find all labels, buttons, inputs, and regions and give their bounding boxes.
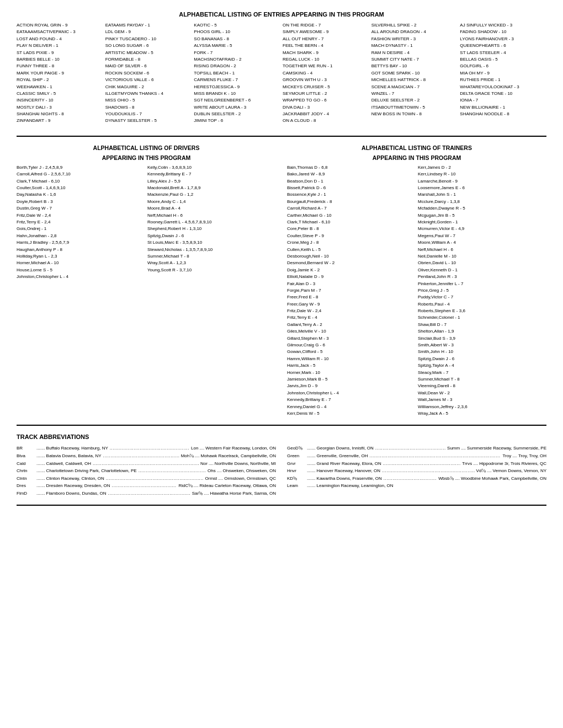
abbrev-dest-name: Hiawatha Horse Park, Sarnia, ON [210,490,276,497]
driver-item: Wray,Scott A - 1,2,3 [147,260,276,266]
abbrev-code: Leam [287,482,306,490]
abbrev-dots: ....... [36,452,45,460]
entry-item: KAOTIC - 5 [194,22,280,29]
abbrev-dest-code: Ohs [208,467,216,475]
trainer-item: Watt,James M - 3 [418,397,546,403]
driver-item: Spitzig,Dwain J - 6 [147,233,276,239]
entry-item: WHATAREYOULOOKINAT - 3 [460,84,546,90]
abbrev-dest-code: Troy [502,452,511,460]
abbrev-dest-dots: .... [455,475,460,483]
drivers-col: ALPHABETICAL LISTING OF DRIVERS APPEARIN… [17,144,276,417]
driver-item: St Louis,Marc E - 3,5,8,9,10 [147,239,276,246]
entry-item: ALL OUT HENRY - 7 [283,36,369,42]
trainer-item: Wall,Dean W - 2 [418,390,546,397]
trainer-item: Freer,Gary W - 9 [287,301,416,308]
abbrev-dest-name: Mohawk Racetrack, Campbellville, ON [201,452,277,460]
abbrev-source: Greenville, Greenville, OH [317,452,368,460]
abbrev-dest-code: Ormst [205,475,217,483]
entry-item: HERESTOJESSICA - 9 [194,84,280,90]
driver-item: Dustin,Greg W - 7 [17,205,145,212]
entry-item: RUTHIES PRIDE - 1 [460,77,546,83]
abbrev-fill: ........................................… [110,445,189,452]
trainer-item: Spitzig,Dwain J - 6 [418,356,546,362]
entry-item: REGAL LUCK - 10 [283,56,369,63]
trainer-item: Bissett,Patrick D - 6 [287,185,416,191]
abbrev-dest-dots: .... [209,460,214,468]
entry-item: GROOVIN WITH U - 3 [283,77,369,83]
abbrev-fill: ........................................… [375,445,445,452]
driver-item: Kelly,Colin - 3,6,8,9,10 [147,164,276,171]
abbrev-code: BR [17,445,35,452]
trainer-item: Mcclure,Darcy - 1,3,8 [418,199,546,205]
driver-item: Horner,Michael A - 10 [17,260,145,266]
abbrev-source: Georgian Downs, Innisfil, ON [317,445,374,452]
driver-item: Shepherd,Robert H - 1,3,10 [147,226,276,232]
entry-item: DELTA GRACE TONE - 10 [460,90,546,97]
entry-item: WINZEL - 7 [371,90,458,97]
abbrev-code: Grvr [287,460,306,468]
entry-item: LYONS FAIRHANOVER - 3 [460,36,546,42]
abbrev-dots: ....... [307,482,316,490]
trainer-item: Carroll,Richard A - 7 [287,205,416,212]
abbrev-dest-code: Lon [191,445,198,452]
entry-item: CLASSIC SMILY - 5 [17,90,103,97]
trainer-item: Cullen,Keith L - 5 [287,247,416,253]
trainer-item: Roberts,Paul - 4 [418,301,546,308]
entry-item: EATAAMS PAYDAY - 1 [105,22,192,29]
trainer-item: Pentland,John R - 3 [418,274,546,280]
trainer-item: Fritz,Dale W - 2,4 [287,308,416,314]
divider-1 [17,136,546,137]
entry-item: NEW BILLIONAIRE - 1 [460,104,546,111]
trainer-item: Vleeming,Darell - 8 [418,383,546,389]
abbrev-code: Hnvr [287,467,306,475]
trainer-item: Marshall,John S - 1 [418,191,546,198]
entry-item: SHANGHAI NOODLE - 8 [460,111,546,117]
trainer-item: Mcmurren,Victor E - 4,9 [418,226,546,232]
abbrev-fill: ........................................… [108,490,190,497]
entry-item: JACKRABBIT JODY - 4 [283,111,369,117]
trainer-item: Loosemore,James E - 6 [418,185,546,191]
entry-item: FORK - 7 [194,50,280,56]
entry-item [460,117,546,124]
entry-item: SO LONG SUGAR - 6 [105,42,192,49]
abbrev-dots: ....... [36,490,45,497]
abbrev-row: Cald.......Caldwell, Caldwell, OH ......… [17,460,276,468]
trainer-item: Mcfadden,Dwayne R - 5 [418,205,546,212]
trainer-item: Neff,Michael H - 6 [418,247,546,253]
driver-item: Mackenzie,Paul G - 1,2 [147,191,276,198]
drivers-subtitle: APPEARING IN THIS PROGRAM [17,154,276,161]
trainer-item: Johnston,Christopher L - 4 [287,390,416,397]
trainer-item: Puddy,Victor C - 7 [418,294,546,301]
entry-item [371,117,458,124]
entry-item: BARBIES BELLE - 10 [17,56,103,63]
entry-item: MACHSNOTAFRAID - 2 [194,56,280,63]
entry-item: ON THE RIDGE - 7 [283,22,369,29]
abbrev-row: Chrtn.......Charlottetown Driving Park, … [17,467,276,475]
entry-item: ZINFANDART - 9 [17,117,103,124]
entries-title: ALPHABETICAL LISTING OF ENTRIES APPEARIN… [17,11,546,18]
driver-item: House,Lorne S - 5 [17,267,145,274]
driver-item: Kennedy,Brittany E - 7 [147,171,276,178]
trainer-item: Shaw,Bill D - 7 [418,322,546,328]
trainer-item: Desborough,Neil - 10 [287,253,416,260]
trainer-item: Fair,Alan D - 3 [287,281,416,287]
abbrev-source: Batavia Downs, Batavia, NY [46,452,102,460]
driver-item: Rooney,Garrett L - 4,5,6,7,8,9,10 [147,219,276,226]
entries-grid: ACTION ROYAL GRIN - 9EATAAMS PAYDAY - 1K… [17,22,546,125]
entry-item: MISS OHIO - 5 [105,97,192,104]
entry-item: ST LADS PIXIE - 9 [17,50,103,56]
entry-item: YOUDOUKILIS - 7 [105,111,192,117]
driver-item: Young,Scott R - 3,7,10 [147,267,276,274]
entry-item: DUBLIN SEELSTER - 2 [194,111,280,117]
driver-item: Harris,J Bradley - 2,5,6,7,9 [17,239,145,246]
trainer-item: Price,Greg J - 5 [418,287,546,294]
trainer-item: Freer,Fred E - 8 [287,294,416,301]
abbrev-dest-name: Ohsweken, Ohsweken, ON [223,467,276,475]
abbrev-dest-dots: .... [461,445,466,452]
trainer-item: Bain,Thomas D - 6,8 [287,164,416,171]
trainer-item: Smith,Albert W - 3 [418,342,546,349]
abbrev-row: Hnvr.......Hanover Raceway, Hanover, ON … [287,467,546,475]
abbrev-row: FlmD.......Flamboro Downs, Dundas, ON ..… [17,490,276,497]
trainer-item: Elliott,Natalie D - 9 [287,274,416,280]
abbrev-dest-code: Vd⁷⁄₈ [476,467,486,475]
